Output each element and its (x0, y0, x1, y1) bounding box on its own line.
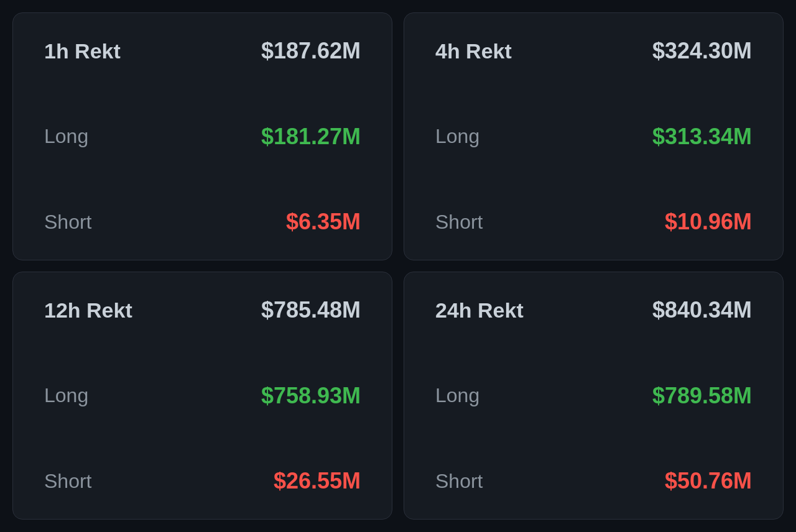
card-1h-short-row: Short $6.35M (44, 209, 361, 235)
card-12h-long-value: $758.93M (261, 383, 361, 409)
card-1h-long-value: $181.27M (261, 124, 361, 150)
card-12h-long-label: Long (44, 384, 88, 407)
card-24h: 24h Rekt $840.34M Long $789.58M Short $5… (404, 272, 784, 520)
card-24h-short-label: Short (435, 470, 483, 493)
card-24h-long-label: Long (435, 384, 479, 407)
card-4h-total: $324.30M (652, 38, 752, 64)
card-24h-title-row: 24h Rekt $840.34M (435, 297, 752, 323)
card-1h-title-row: 1h Rekt $187.62M (44, 38, 361, 64)
card-4h-long-row: Long $313.34M (435, 124, 752, 150)
card-1h-short-label: Short (44, 211, 91, 234)
card-12h-title: 12h Rekt (44, 298, 132, 323)
card-12h: 12h Rekt $785.48M Long $758.93M Short $2… (12, 272, 392, 520)
card-4h: 4h Rekt $324.30M Long $313.34M Short $10… (404, 12, 784, 260)
card-1h: 1h Rekt $187.62M Long $181.27M Short $6.… (12, 12, 392, 260)
card-24h-short-value: $50.76M (665, 468, 752, 494)
card-24h-title: 24h Rekt (435, 298, 524, 323)
card-1h-long-label: Long (44, 125, 88, 148)
card-24h-total: $840.34M (652, 297, 752, 323)
card-4h-long-label: Long (435, 125, 479, 148)
card-1h-title: 1h Rekt (44, 39, 121, 63)
card-4h-short-value: $10.96M (665, 209, 752, 235)
card-12h-long-row: Long $758.93M (44, 383, 361, 409)
card-12h-short-label: Short (44, 470, 91, 493)
card-1h-short-value: $6.35M (286, 209, 361, 235)
card-1h-long-row: Long $181.27M (44, 124, 361, 150)
card-4h-title: 4h Rekt (435, 39, 512, 63)
card-12h-title-row: 12h Rekt $785.48M (44, 297, 361, 323)
card-4h-short-row: Short $10.96M (435, 209, 752, 235)
card-24h-long-row: Long $789.58M (435, 383, 752, 409)
card-4h-long-value: $313.34M (652, 124, 752, 150)
card-4h-short-label: Short (435, 211, 483, 234)
card-1h-total: $187.62M (261, 38, 361, 64)
card-4h-title-row: 4h Rekt $324.30M (435, 38, 752, 64)
card-24h-short-row: Short $50.76M (435, 468, 752, 494)
card-24h-long-value: $789.58M (652, 383, 752, 409)
card-12h-short-row: Short $26.55M (44, 468, 361, 494)
card-12h-total: $785.48M (261, 297, 361, 323)
card-12h-short-value: $26.55M (274, 468, 361, 494)
rekt-grid: 1h Rekt $187.62M Long $181.27M Short $6.… (0, 0, 796, 532)
